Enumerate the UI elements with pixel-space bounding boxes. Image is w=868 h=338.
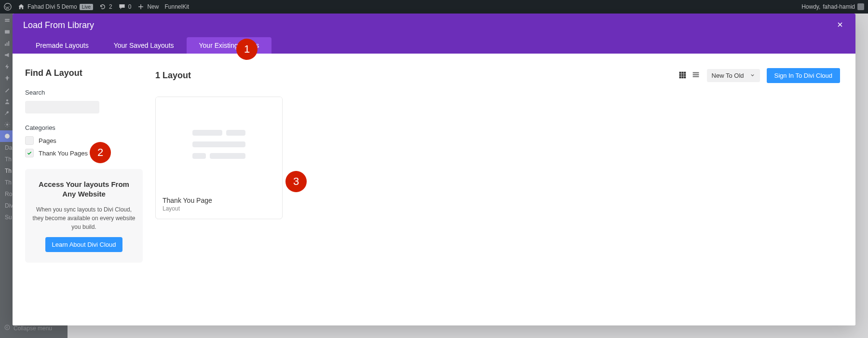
comment-icon [118,3,126,11]
list-icon [692,71,700,80]
list-view-button[interactable] [692,71,700,80]
svg-rect-13 [684,72,686,74]
layout-name: Thank You Page [163,197,275,204]
svg-rect-14 [679,74,681,76]
site-link[interactable]: Fahad Divi 5 Demo Live [17,3,93,11]
site-title: Fahad Divi 5 Demo [27,3,77,10]
categories-label: Categories [25,124,143,131]
cloud-promo-desc: When you sync layouts to Divi Cloud, the… [32,205,136,231]
annotation-step-1: 1 [236,39,258,60]
learn-cloud-button[interactable]: Learn About Divi Cloud [45,237,123,252]
layout-thumbnail [156,97,282,192]
cloud-promo: Access Your layouts From Any Website Whe… [25,169,143,263]
svg-rect-16 [684,74,686,76]
svg-rect-22 [692,76,699,77]
close-icon [836,21,844,30]
results-count: 1 Layout [155,70,191,81]
svg-rect-11 [679,72,681,74]
tab-premade-layouts[interactable]: Premade Layouts [23,37,101,54]
category-label: Thank You Pages [39,150,88,157]
category-pages[interactable]: Pages [25,136,143,145]
signin-cloud-button[interactable]: Sign In To Divi Cloud [767,68,840,83]
annotation-step-2: 2 [90,142,111,163]
new-label: New [147,3,159,10]
howdy-item[interactable]: Howdy, fahad-hamid [801,3,864,10]
tab-existing-pages[interactable]: Your Existing Pages [187,37,272,54]
modal-tabs: Premade Layouts Your Saved Layouts Your … [13,37,855,54]
plus-icon [137,3,145,11]
annotation-step-3: 3 [285,171,307,192]
skeleton-placeholder-icon [192,130,245,159]
live-badge: Live [80,4,93,10]
grid-icon [678,71,686,80]
comments-count: 0 [128,3,132,10]
cloud-promo-title: Access Your layouts From Any Website [32,180,136,199]
sort-select[interactable]: New To Old [707,69,760,82]
grid-view-button[interactable] [678,71,687,80]
svg-rect-17 [679,76,681,78]
svg-rect-21 [692,74,699,75]
svg-rect-18 [681,76,683,78]
refresh-count: 2 [109,3,112,10]
svg-rect-20 [692,72,699,73]
funnelkit-label: FunnelKit [164,3,189,10]
svg-rect-15 [681,74,683,76]
funnelkit-item[interactable]: FunnelKit [164,3,189,10]
chevron-down-icon [750,72,755,79]
svg-rect-19 [684,76,686,78]
search-label: Search [25,89,143,96]
home-icon [17,3,25,11]
new-item[interactable]: New [137,3,159,11]
comments-item[interactable]: 0 [118,3,132,11]
wp-adminbar: Fahad Divi 5 Demo Live 2 0 New FunnelKit [0,0,868,14]
svg-rect-12 [681,72,683,74]
library-modal: Load From Library Premade Layouts Your S… [13,14,855,325]
refresh-item[interactable]: 2 [99,3,112,11]
wordpress-icon [4,3,12,11]
avatar [857,3,864,10]
category-thank-you-pages[interactable]: Thank You Pages [25,149,143,157]
checkbox-checked-icon [25,149,34,157]
layout-card[interactable]: Thank You Page Layout [155,97,283,219]
close-button[interactable] [835,21,845,30]
svg-point-0 [4,3,11,10]
category-label: Pages [39,137,56,144]
modal-title: Load From Library [23,20,94,30]
find-title: Find A Layout [25,68,143,78]
checkbox-unchecked-icon [25,136,34,145]
sort-label: New To Old [712,72,744,79]
layout-subtitle: Layout [163,205,275,212]
search-input[interactable] [25,101,99,113]
tab-saved-layouts[interactable]: Your Saved Layouts [101,37,187,54]
wp-logo[interactable] [4,3,12,11]
find-panel: Find A Layout Search Categories Pages Th… [13,54,155,325]
howdy-user: fahad-hamid [823,3,855,10]
results-area: 1 Layout [155,54,855,325]
howdy-prefix: Howdy, [801,3,820,10]
modal-header: Load From Library Premade Layouts Your S… [13,14,855,54]
refresh-icon [99,3,107,11]
